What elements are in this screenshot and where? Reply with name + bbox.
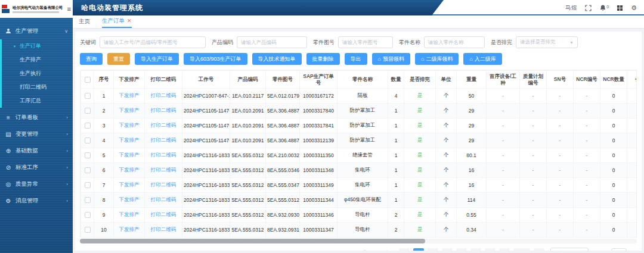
row-checkbox[interactable] [85, 138, 91, 143]
horizontal-scrollbar[interactable] [80, 239, 637, 243]
sidebar-item-6[interactable]: ⚙消息管理› [0, 192, 73, 209]
print-qrcode-link[interactable]: 打印二维码 [151, 211, 177, 217]
fullscreen-icon[interactable] [585, 5, 592, 11]
row-checkbox[interactable] [85, 108, 91, 114]
page-button-3[interactable]: 3 [442, 248, 453, 251]
page-button-2[interactable]: 2 [428, 248, 438, 251]
part-name-cell: 绝缘套管 [338, 148, 388, 163]
part-name-cell: 隔板 [338, 89, 388, 104]
chevron-down-icon: ▼ [569, 40, 574, 45]
print-qrcode-link[interactable]: 打印二维码 [151, 182, 177, 188]
sidebar-subitem-生产排产[interactable]: 生产排产 [2, 53, 73, 67]
secondary-pick-button[interactable]: ⌂二级库领料 [415, 53, 459, 65]
sidebar-item-5[interactable]: ◎质量异常› [0, 176, 73, 192]
column-header-首序设备/工种: 首序设备/工种 [487, 71, 520, 89]
print-qrcode-link[interactable]: 打印二维码 [151, 92, 177, 98]
batch-delete-button[interactable]: 批量删除 [306, 53, 340, 65]
row-checkbox[interactable] [85, 182, 91, 188]
import-order-button[interactable]: 导入生产订单 [135, 53, 179, 65]
sidebar-item-4[interactable]: ⊘标准工序› [0, 159, 73, 176]
sidebar-item-0[interactable]: 生产管理∨ [0, 23, 73, 39]
part-name-label: 零件名称 [399, 39, 420, 46]
print-qrcode-link[interactable]: 打印二维码 [151, 167, 177, 173]
keyword-input[interactable] [100, 36, 206, 48]
settings-gear-icon[interactable]: ⚙ [631, 5, 637, 11]
row-checkbox[interactable] [85, 93, 91, 99]
sidebar-subitem-打印二维码[interactable]: 打印二维码 [2, 80, 73, 94]
remark-cell: - [627, 133, 637, 148]
dispatch-link[interactable]: 下发排产 [119, 226, 140, 232]
sidebar-item-1[interactable]: ≡订单看板› [0, 109, 73, 126]
print-qrcode-link[interactable]: 打印二维码 [151, 122, 177, 128]
equip-cell: - [487, 89, 520, 104]
dispatch-link[interactable]: 下发排产 [119, 167, 140, 173]
reserve-pick-button[interactable]: ⌂预留领料 [372, 53, 410, 65]
dispatch-link[interactable]: 下发排产 [119, 152, 140, 158]
dispatch-link[interactable]: 下发排产 [119, 92, 140, 98]
select-all-checkbox[interactable] [85, 77, 91, 83]
weight-cell: 29 [457, 133, 487, 148]
row-checkbox[interactable] [85, 152, 91, 158]
tab-主页[interactable]: 主页 [79, 15, 90, 28]
row-checkbox[interactable] [85, 167, 91, 173]
export-button[interactable]: 导出 [345, 53, 367, 65]
secondary-in-button[interactable]: ⌂入二级库 [463, 53, 501, 65]
import-tech-button[interactable]: 导入技术通知单 [252, 53, 302, 65]
dispatch-link[interactable]: 下发排产 [119, 196, 140, 202]
reset-button[interactable]: 重置 [107, 53, 130, 65]
page-button-4[interactable]: 4 [456, 248, 467, 251]
product-code-input[interactable] [237, 36, 307, 48]
scheduled-select[interactable]: 请选择是否排完 ▼ [516, 36, 578, 48]
dispatch-link[interactable]: 下发排产 [119, 182, 140, 188]
row-checkbox[interactable] [85, 212, 91, 218]
print-qrcode-link[interactable]: 打印二维码 [151, 137, 177, 143]
print-qrcode-link[interactable]: 打印二维码 [151, 152, 177, 158]
row-checkbox[interactable] [85, 123, 91, 129]
sidebar-submenu: •生产订单生产排产生产执行打印二维码工序汇总 [0, 39, 73, 108]
next-page-button[interactable]: › [534, 248, 544, 251]
page-button-3699[interactable]: 3699 [513, 248, 530, 251]
equip-cell: - [487, 208, 520, 223]
print-qrcode-link[interactable]: 打印二维码 [151, 226, 177, 232]
page-button-5[interactable]: 5 [470, 248, 481, 251]
ncr-no-cell: - [574, 118, 600, 133]
dispatch-link[interactable]: 下发排产 [119, 211, 140, 217]
scrollbar-thumb[interactable] [80, 239, 425, 243]
dispatch-link[interactable]: 下发排产 [119, 137, 140, 143]
tab-生产订单[interactable]: 生产订单✕ [102, 15, 132, 28]
row-checkbox[interactable] [85, 227, 91, 233]
ncr-qty-cell: 0 [600, 118, 627, 133]
dispatch-link[interactable]: 下发排产 [119, 107, 140, 113]
close-tab-icon[interactable]: ✕ [127, 18, 132, 24]
quality-plan-cell: - [520, 118, 547, 133]
search-button[interactable]: 查询 [80, 53, 103, 65]
sidebar-subitem-生产执行[interactable]: 生产执行 [2, 67, 73, 80]
import-603-button[interactable]: 导入603/903生产订单 [184, 53, 247, 65]
table-row: 3下发排产打印二维码2024HPC1105-1147-31EA.010.2091… [81, 118, 637, 133]
user-name[interactable]: 马煜 [565, 4, 577, 12]
page-button-1[interactable]: 1 [413, 248, 424, 251]
part-drawing-input[interactable] [338, 36, 393, 48]
dispatch-link[interactable]: 下发排产 [119, 122, 140, 128]
part-name-input[interactable] [424, 36, 485, 48]
sidebar-subitem-生产订单[interactable]: •生产订单 [2, 39, 73, 53]
print-qrcode-link[interactable]: 打印二维码 [151, 107, 177, 113]
part-name-cell: 集电环 [338, 163, 388, 178]
row-checkbox[interactable] [85, 197, 91, 203]
page-size-select[interactable]: 10条/页 ▼ [550, 248, 589, 251]
scheduled-select-placeholder: 请选择是否排完 [520, 39, 556, 46]
sidebar-item-3[interactable]: ⊕基础数据› [0, 142, 73, 159]
bell-icon[interactable]: 0 [600, 5, 609, 11]
page-button-6[interactable]: 6 [485, 248, 496, 251]
sidebar-collapse-icon[interactable]: ≡ [67, 6, 71, 13]
seq-cell: 1 [94, 89, 114, 104]
more-pages-button[interactable]: ... [499, 248, 510, 251]
apps-grid-icon[interactable] [617, 5, 623, 11]
equip-cell: - [487, 148, 520, 163]
prev-page-button[interactable]: ‹ [399, 248, 410, 251]
sidebar-subitem-工序汇总[interactable]: 工序汇总 [2, 94, 73, 108]
sidebar-item-2[interactable]: ▤变更管理› [0, 126, 73, 142]
print-qrcode-link[interactable]: 打印二维码 [151, 196, 177, 202]
goto-page-input[interactable] [611, 248, 627, 251]
column-header-单位: 单位 [436, 71, 457, 89]
